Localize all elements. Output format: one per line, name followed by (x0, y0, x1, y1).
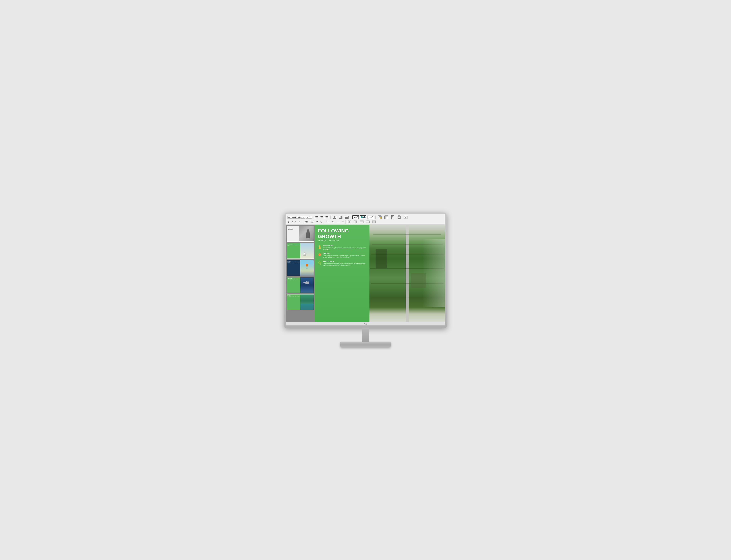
teamwork-title: TEAM WORK (323, 245, 366, 246)
star-button[interactable]: ★ (298, 221, 301, 223)
teamwork-body: Ensure activities led by the team lead t… (323, 247, 366, 250)
forest-photo-bg (370, 225, 445, 322)
excellence-title: EXCELLENCE (323, 261, 366, 262)
slide3-title: GLOBAL (287, 261, 300, 262)
toolbar-sep-5 (302, 220, 303, 224)
slide-title-line2: GROWTH (318, 234, 366, 239)
abc-lower-button[interactable]: abc (310, 221, 314, 223)
slide-thumb-1[interactable]: EXPEDIENT RESPONSE (286, 226, 314, 242)
indent-decrease-btn[interactable] (335, 220, 341, 224)
svg-rect-40 (349, 221, 351, 223)
slide2-body: Entrepreneurial research differs greatly… (287, 245, 300, 246)
global-icon (318, 253, 321, 257)
forest-road (406, 225, 409, 322)
indent-increase-btn[interactable] (326, 220, 331, 224)
toolbar-sep-1 (313, 216, 313, 219)
slide-photo-panel (370, 225, 445, 322)
slide-green-panel: FOLLOWING GROWTH TRENDS • MARKETS (315, 225, 370, 322)
layout-row2-btn5[interactable] (372, 220, 377, 224)
svg-point-59 (319, 245, 320, 247)
svg-rect-45 (360, 222, 363, 223)
dark-patch-1 (376, 249, 387, 268)
superscript-button[interactable]: A² (315, 221, 318, 223)
monitor-stand-base (340, 342, 391, 347)
color-swatch-icon[interactable] (360, 215, 367, 219)
scatter-chart-icon[interactable] (368, 215, 374, 219)
slide1-title2-label: RESPONSE (288, 229, 300, 230)
toolbar-row-2: B I A ★ ABC abc A² A₂ (287, 220, 444, 224)
svg-rect-47 (366, 222, 370, 223)
svg-rect-3 (340, 216, 341, 219)
svg-rect-48 (373, 221, 376, 223)
svg-rect-42 (355, 221, 356, 223)
svg-rect-2 (339, 216, 340, 219)
layout-row2-btn3[interactable] (359, 220, 364, 224)
svg-line-12 (369, 216, 374, 219)
slide-section-teamwork: TEAM WORK Ensure activities led by the t… (318, 245, 366, 250)
svg-rect-43 (356, 221, 357, 223)
global-content: GLOBAL Efforts from previous projects su… (323, 253, 366, 258)
table-icon-btn[interactable] (384, 215, 389, 220)
abc-caps-button[interactable]: ABC (304, 221, 309, 223)
image-icon-btn[interactable] (403, 215, 409, 220)
svg-rect-17 (380, 217, 382, 219)
font-dropdown-arrow[interactable]: ▼ (302, 216, 304, 218)
svg-rect-41 (354, 221, 355, 223)
svg-point-53 (306, 264, 308, 267)
slide-section-excellence: EXCELLENCE Entrepreneurial research diff… (318, 261, 366, 266)
indent-label: 0pt (332, 221, 334, 223)
svg-rect-1 (335, 216, 336, 219)
font-size-arrow[interactable]: ▼ (309, 216, 311, 218)
slide-thumb-4[interactable]: TEAM WORK Ensure activities led by the t… (286, 277, 314, 293)
font-size-selector[interactable]: 12 ▼ (306, 216, 312, 219)
subscript-button[interactable]: A₂ (319, 221, 322, 223)
slide-title-line1: FOLLOWING (318, 228, 366, 233)
layout-row2-btn1[interactable] (347, 220, 352, 224)
svg-point-11 (373, 217, 373, 217)
hp-logo-bar: hp (286, 322, 445, 325)
align-left-button[interactable] (315, 216, 319, 219)
align-right-button[interactable] (325, 216, 329, 219)
layout-row2-btn2[interactable] (353, 220, 358, 224)
main-area: EXPEDIENT RESPONSE EXCELLENCE Entreprene… (286, 225, 445, 322)
monitor-screen: HP Simplified Light ▼ 12 ▼ (286, 214, 445, 325)
slide-thumb-inner-4: TEAM WORK Ensure activities led by the t… (287, 277, 313, 293)
slide3-body: Efforts from previous projects suggest t… (287, 262, 300, 263)
teamwork-content: TEAM WORK Ensure activities led by the t… (323, 245, 366, 250)
copy-icon-btn[interactable] (397, 215, 402, 220)
line-chart-icon[interactable] (352, 215, 359, 219)
slide4-body: Ensure activities led by the team lead t… (287, 279, 300, 280)
svg-rect-5 (345, 216, 348, 217)
font-selector[interactable]: HP Simplified Light ▼ (287, 216, 305, 219)
global-body: Efforts from previous projects suggest t… (323, 255, 366, 258)
align-center-button[interactable] (320, 216, 324, 219)
svg-point-52 (303, 255, 306, 256)
toolbar: HP Simplified Light ▼ 12 ▼ (286, 214, 445, 225)
excellence-body: Entrepreneurial research differs greatly… (323, 263, 366, 266)
slide-thumb-inner-1: EXPEDIENT RESPONSE (287, 226, 313, 241)
doc-icon-btn[interactable] (390, 215, 396, 220)
monitor-wrapper: HP Simplified Light ▼ 12 ▼ (284, 213, 447, 347)
layout-row2-btn4[interactable] (365, 220, 371, 224)
notes-icon-btn[interactable] (377, 215, 383, 220)
layout-btn-2[interactable] (338, 215, 343, 219)
svg-point-32 (405, 216, 405, 217)
italic-button[interactable]: I (291, 221, 293, 223)
bold-button[interactable]: B (287, 221, 290, 223)
tree-row-1 (373, 234, 441, 235)
slide-thumb-3[interactable]: GLOBAL Efforts from previous projects su… (286, 260, 314, 276)
slide4-title: TEAM WORK (287, 278, 300, 279)
slide-thumb-inner-3: GLOBAL Efforts from previous projects su… (287, 260, 313, 276)
underline-button[interactable]: A (294, 221, 297, 223)
slide-thumb-5[interactable]: GLOBAL Efforts from previous projects su… (286, 294, 314, 310)
slide-panel[interactable]: EXPEDIENT RESPONSE EXCELLENCE Entreprene… (286, 225, 315, 322)
svg-rect-39 (348, 221, 349, 223)
svg-rect-28 (398, 216, 400, 219)
layout-btn-1[interactable] (332, 215, 337, 219)
global-title: GLOBAL (323, 253, 366, 254)
font-size-value: 12 (307, 216, 309, 218)
svg-rect-6 (345, 217, 348, 219)
layout-btn-3[interactable] (344, 215, 349, 219)
slide-thumb-2[interactable]: EXCELLENCE Entrepreneurial research diff… (286, 243, 314, 259)
slide-thumb-inner-2: EXCELLENCE Entrepreneurial research diff… (287, 243, 313, 258)
